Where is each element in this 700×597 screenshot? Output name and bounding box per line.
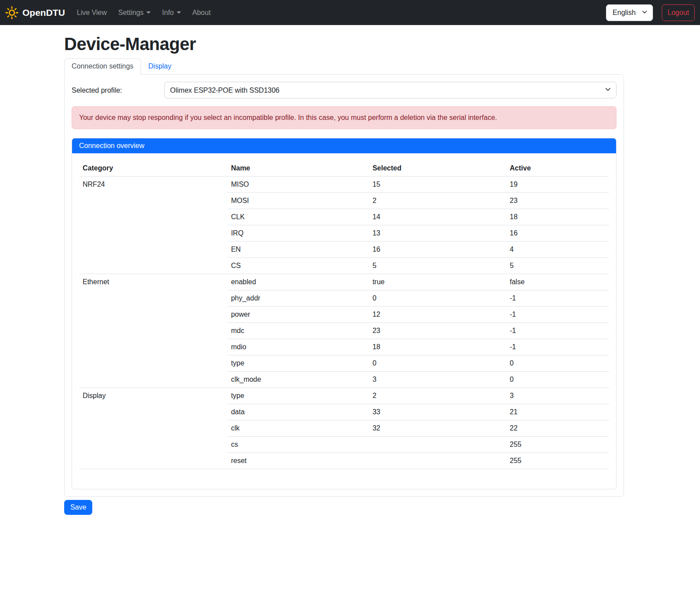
nav-item-label: Settings (118, 9, 144, 17)
navbar-right: English Logout (606, 4, 695, 21)
name-cell: power (228, 307, 369, 323)
name-cell: phy_addr (228, 290, 369, 307)
tab-display[interactable]: Display (141, 58, 179, 74)
brand-label: OpenDTU (22, 7, 65, 18)
logout-button[interactable]: Logout (662, 4, 695, 21)
active-cell: 255 (506, 453, 609, 469)
category-cell: Ethernet (79, 274, 228, 388)
name-cell: enabled (228, 274, 369, 290)
table-row: Ethernetenabledtruefalse (79, 274, 609, 290)
active-cell: 16 (506, 225, 609, 242)
active-cell: 21 (506, 404, 609, 420)
active-cell: 4 (506, 242, 609, 258)
selected-cell: 16 (369, 242, 506, 258)
category-cell: NRF24 (79, 177, 228, 274)
selected-cell: 32 (369, 420, 506, 437)
selected-cell: 3 (369, 372, 506, 388)
selected-cell: 5 (369, 258, 506, 274)
nav-item-label: Info (162, 9, 174, 17)
overview-table-body: NRF24MISO1519MOSI223CLK1418IRQ1316EN164C… (79, 177, 609, 469)
caret-down-icon (177, 11, 181, 14)
name-cell: CLK (228, 209, 369, 225)
save-button[interactable]: Save (64, 500, 92, 515)
nav-item-about[interactable]: About (187, 5, 217, 20)
active-cell: 5 (506, 258, 609, 274)
selected-cell: 12 (369, 307, 506, 323)
nav-item-label: Live View (77, 9, 107, 17)
nav-item-label: About (192, 9, 211, 17)
active-cell: 18 (506, 209, 609, 225)
active-cell: 22 (506, 420, 609, 437)
name-cell: clk_mode (228, 372, 369, 388)
selected-cell: 33 (369, 404, 506, 420)
name-cell: data (228, 404, 369, 420)
column-header-selected: Selected (369, 160, 506, 177)
tab-connection-settings[interactable]: Connection settings (64, 58, 141, 75)
active-cell: -1 (506, 323, 609, 339)
active-cell: 19 (506, 177, 609, 193)
selected-cell (369, 453, 506, 469)
selected-cell: 0 (369, 290, 506, 307)
name-cell: type (228, 355, 369, 372)
name-cell: cs (228, 437, 369, 453)
caret-down-icon (146, 11, 151, 14)
selected-cell: true (369, 274, 506, 290)
active-cell: 23 (506, 193, 609, 209)
selected-cell: 2 (369, 388, 506, 404)
name-cell: MOSI (228, 193, 369, 209)
settings-card: Selected profile: Olimex ESP32-POE with … (64, 74, 624, 497)
profile-select-wrap: Olimex ESP32-POE with SSD1306 (164, 82, 617, 98)
name-cell: mdc (228, 323, 369, 339)
selected-cell: 0 (369, 355, 506, 372)
active-cell: 0 (506, 355, 609, 372)
selected-cell: 23 (369, 323, 506, 339)
active-cell: -1 (506, 307, 609, 323)
active-cell: 3 (506, 388, 609, 404)
connection-overview-card: Connection overview CategoryNameSelected… (72, 138, 617, 489)
profile-select[interactable]: Olimex ESP32-POE with SSD1306 (164, 82, 617, 98)
column-header-category: Category (79, 160, 228, 177)
name-cell: clk (228, 420, 369, 437)
profile-row: Selected profile: Olimex ESP32-POE with … (72, 82, 617, 98)
selected-cell: 18 (369, 339, 506, 355)
connection-overview-table: CategoryNameSelectedActive NRF24MISO1519… (79, 160, 609, 469)
page-title: Device-Manager (64, 34, 624, 54)
selected-cell: 13 (369, 225, 506, 242)
nav-item-info[interactable]: Info (156, 5, 187, 20)
name-cell: type (228, 388, 369, 404)
nav-item-settings[interactable]: Settings (112, 5, 156, 20)
selected-cell: 2 (369, 193, 506, 209)
active-cell: -1 (506, 290, 609, 307)
language-select[interactable]: English (606, 4, 653, 21)
column-header-name: Name (228, 160, 369, 177)
nav-item-live-view[interactable]: Live View (71, 5, 112, 20)
navbar: OpenDTU Live ViewSettingsInfoAbout Engli… (0, 0, 700, 25)
selected-cell: 14 (369, 209, 506, 225)
column-header-active: Active (506, 160, 609, 177)
active-cell: 0 (506, 372, 609, 388)
profile-label: Selected profile: (72, 86, 164, 94)
name-cell: MISO (228, 177, 369, 193)
incompatible-profile-warning: Your device may stop responding if you s… (72, 106, 617, 129)
name-cell: EN (228, 242, 369, 258)
category-cell: Display (79, 388, 228, 469)
sun-icon (5, 6, 18, 19)
tab-bar: Connection settingsDisplay (64, 58, 624, 74)
language-select-wrap: English (606, 4, 653, 21)
table-row: Displaytype23 (79, 388, 609, 404)
name-cell: mdio (228, 339, 369, 355)
name-cell: IRQ (228, 225, 369, 242)
active-cell: 255 (506, 437, 609, 453)
selected-cell (369, 437, 506, 453)
table-row: NRF24MISO1519 (79, 177, 609, 193)
table-header-row: CategoryNameSelectedActive (79, 160, 609, 177)
active-cell: false (506, 274, 609, 290)
nav-links: Live ViewSettingsInfoAbout (71, 5, 217, 20)
name-cell: CS (228, 258, 369, 274)
name-cell: reset (228, 453, 369, 469)
selected-cell: 15 (369, 177, 506, 193)
main-container: Device-Manager Connection settingsDispla… (64, 25, 624, 515)
active-cell: -1 (506, 339, 609, 355)
brand-link[interactable]: OpenDTU (5, 6, 65, 19)
connection-overview-header: Connection overview (72, 138, 616, 153)
